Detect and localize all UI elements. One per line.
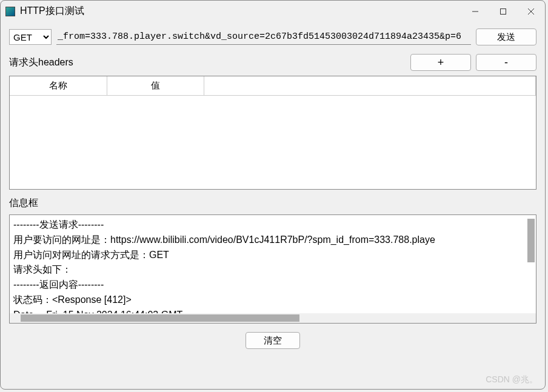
title-bar: HTTP接口测试 xyxy=(1,1,545,22)
info-line: 请求头如下： xyxy=(13,262,532,277)
svg-rect-1 xyxy=(501,8,506,14)
window-controls xyxy=(461,2,545,21)
info-label: 信息框 xyxy=(9,197,536,210)
maximize-button[interactable] xyxy=(489,2,517,21)
info-box: --------发送请求-------- 用户要访问的网址是：https://w… xyxy=(9,214,536,324)
headers-table[interactable]: 名称 值 xyxy=(10,76,536,96)
info-content[interactable]: --------发送请求-------- 用户要访问的网址是：https://w… xyxy=(10,215,536,313)
remove-header-button[interactable]: - xyxy=(476,54,536,71)
clear-button[interactable]: 清空 xyxy=(246,332,300,349)
window-title: HTTP接口测试 xyxy=(20,5,84,18)
col-spacer xyxy=(204,76,536,96)
info-line: 用户要访问的网址是：https://www.bilibili.com/video… xyxy=(13,233,532,248)
table-header-row: 名称 值 xyxy=(10,76,536,96)
app-window: HTTP接口测试 GET 发送 请求头headers + - xyxy=(0,0,546,390)
close-button[interactable] xyxy=(517,2,545,21)
horizontal-scrollbar-thumb[interactable] xyxy=(21,314,299,322)
method-select[interactable]: GET xyxy=(9,29,52,45)
info-line: 用户访问对网址的请求方式是：GET xyxy=(13,248,532,263)
info-line: --------返回内容-------- xyxy=(13,277,532,293)
headers-toolbar: 请求头headers + - xyxy=(9,54,536,71)
vertical-scrollbar-thumb[interactable] xyxy=(527,219,535,262)
minimize-icon xyxy=(472,8,479,15)
col-name: 名称 xyxy=(10,76,107,96)
add-header-button[interactable]: + xyxy=(410,54,471,71)
close-icon xyxy=(527,8,535,15)
send-button[interactable]: 发送 xyxy=(476,28,536,45)
request-row: GET 发送 xyxy=(9,28,536,45)
headers-label: 请求头headers xyxy=(9,56,406,69)
info-line: --------发送请求-------- xyxy=(13,218,532,233)
col-value: 值 xyxy=(107,76,204,96)
minimize-button[interactable] xyxy=(461,2,489,21)
headers-table-wrap: 名称 值 xyxy=(9,76,536,190)
footer-row: 清空 xyxy=(9,332,536,349)
maximize-icon xyxy=(500,8,507,15)
content-area: GET 发送 请求头headers + - 名称 值 信息框 xyxy=(1,22,545,389)
url-input[interactable] xyxy=(56,29,471,45)
app-icon xyxy=(5,7,15,16)
info-line: Date ：Fri, 15 Nov 2024 16:44:03 GMT xyxy=(13,308,532,313)
info-line: 状态码：<Response [412]> xyxy=(13,293,532,308)
horizontal-scrollbar[interactable] xyxy=(10,313,536,323)
